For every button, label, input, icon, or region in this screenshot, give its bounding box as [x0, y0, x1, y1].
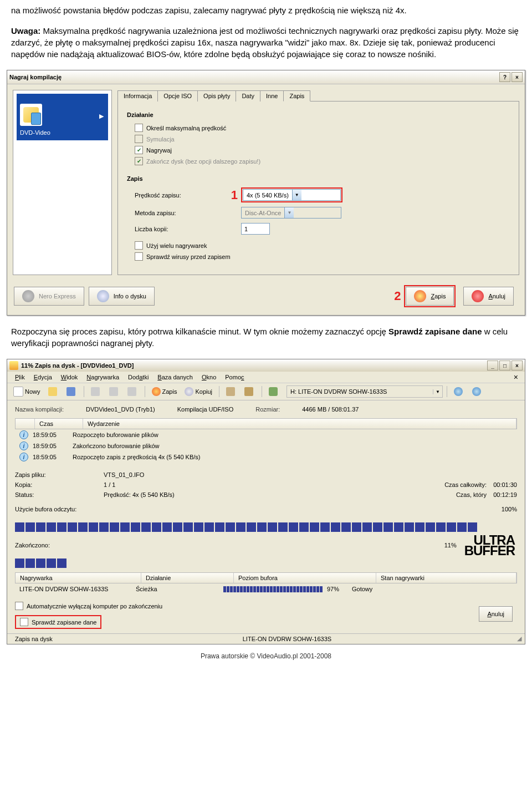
dialog-titlebar[interactable]: Nagraj kompilację ? ×	[7, 70, 525, 84]
compilation-info-row: Nazwa kompilacji: DVDVideo1_DVD (Tryb1) …	[7, 400, 525, 418]
writer-table-header: Nagrywarka Działanie Poziom bufora Stan …	[15, 572, 517, 583]
copyright: Prawa autorskie © VideoAudio.pl 2001-200…	[0, 650, 532, 662]
burn-button[interactable]: Zapis	[406, 287, 454, 306]
close-button[interactable]: ×	[511, 361, 523, 370]
annotation-marker-1: 1	[223, 188, 238, 202]
article-paragraph-2: Uwaga: Maksymalna prędkość nagrywania uz…	[0, 21, 532, 64]
tab-zapis[interactable]: Zapis	[283, 90, 310, 101]
annotation-marker-2: 2	[386, 289, 401, 303]
cancel-burn-button[interactable]: Anuluj	[479, 606, 513, 622]
menu-baza-danych[interactable]: Baza danych	[153, 373, 197, 382]
checkbox-multi-recorder[interactable]: Użyj wielu nagrywarek	[135, 241, 510, 250]
cut-icon	[91, 387, 100, 396]
nero-express-button: Nero Express	[14, 287, 84, 306]
chevron-down-icon[interactable]: ▼	[433, 389, 442, 394]
save-icon	[66, 387, 75, 396]
checkbox-auto-shutdown[interactable]: Automatycznie wyłączaj komputer po zakoń…	[15, 602, 479, 610]
disc-info-icon	[97, 290, 109, 302]
copy-disc-icon	[185, 387, 193, 396]
tb-help2[interactable]	[469, 385, 485, 398]
checkbox-finalize: ✔Zakończ dysk (bez opcji dalszego zapisu…	[135, 157, 510, 165]
write-progress	[7, 557, 525, 569]
chevron-down-icon[interactable]: ▼	[292, 190, 301, 200]
drive-icon	[269, 387, 278, 396]
cancel-icon	[472, 290, 484, 302]
nero-express-icon	[22, 290, 34, 302]
tab-opcje-iso[interactable]: Opcje ISO	[157, 90, 198, 101]
tab-inne[interactable]: Inne	[260, 90, 284, 101]
checkbox-max-speed[interactable]: Określ maksymalną prędkość	[135, 124, 510, 132]
burn-icon	[152, 387, 161, 396]
checkbox-write[interactable]: ✔Nagrywaj	[135, 146, 510, 154]
menu-nagrywarka[interactable]: Nagrywarka	[82, 373, 124, 382]
tb-drive-icon[interactable]	[266, 385, 282, 398]
tb-new[interactable]: Nowy	[11, 385, 43, 398]
event-log-header: Czas Wydarzenie	[15, 418, 517, 429]
open-icon	[48, 387, 57, 396]
tool-icon	[226, 387, 235, 396]
new-icon	[13, 387, 23, 397]
tab-daty[interactable]: Daty	[236, 90, 260, 101]
menu-dodatki[interactable]: Dodatki	[124, 373, 153, 382]
article-paragraph-3: Rozpoczyna się proces zapisu, który potr…	[0, 321, 532, 353]
info-icon	[472, 387, 481, 396]
tb-burn[interactable]: Zapis	[149, 385, 180, 398]
mdi-close-button[interactable]: ×	[510, 373, 521, 382]
tb-paste[interactable]	[125, 385, 141, 398]
cancel-button[interactable]: Anuluj	[463, 287, 514, 306]
tab-opis-plyty[interactable]: Opis płyty	[197, 90, 236, 101]
dvd-video-icon	[20, 104, 42, 126]
menu-okno[interactable]: Okno	[197, 373, 221, 382]
checkbox-simulation: Symulacja	[135, 135, 510, 143]
tab-strip: Informacja Opcje ISO Opis płyty Daty Inn…	[117, 90, 519, 101]
tb-tool2[interactable]	[242, 385, 258, 398]
tb-copy-disc[interactable]: Kopiuj	[182, 385, 215, 398]
info-icon: i	[19, 453, 28, 461]
tb-cut[interactable]	[88, 385, 104, 398]
dialog-title: Nagraj kompilację	[9, 74, 62, 80]
drive-selector[interactable]: H: LITE-ON DVDRW SOHW-1633S ▼	[287, 385, 443, 398]
status-bar: Zapis na dysk LITE-ON DVDRW SOHW-1633S ◢	[7, 633, 525, 644]
tab-informacja[interactable]: Informacja	[117, 90, 158, 101]
checkbox-virus-scan[interactable]: Sprawdź wirusy przed zapisem	[135, 252, 510, 261]
help-icon	[454, 387, 463, 396]
window-titlebar[interactable]: 11% Zapis na dysk - [DVDVideo1_DVD] _ □ …	[7, 359, 525, 372]
copy-icon	[109, 387, 118, 396]
tb-help1[interactable]	[451, 385, 467, 398]
write-speed-dropdown[interactable]: 4x (5 540 KB/s) ▼	[243, 189, 341, 201]
tool-icon	[244, 387, 253, 396]
app-icon	[9, 361, 18, 370]
menu-bar: Plik Edycja Widok Nagrywarka Dodatki Baz…	[7, 372, 525, 383]
toolbar: Nowy Zapis Kopiuj H: LITE-ON DVDRW SOHW-…	[7, 383, 525, 400]
event-row: i 18:59:05 Rozpoczęto zapis z prędkością…	[15, 451, 517, 463]
tb-tool1[interactable]	[223, 385, 239, 398]
help-button[interactable]: ?	[499, 72, 510, 82]
info-icon: i	[19, 441, 28, 450]
copies-input[interactable]: 1	[241, 223, 270, 235]
close-button[interactable]: ×	[511, 72, 523, 82]
chevron-right-icon: ▶	[99, 113, 104, 120]
status-panel: Zapis pliku:VTS_01_0.IFO Kopia:1 / 1 Cza…	[7, 463, 525, 521]
tb-save[interactable]	[64, 385, 80, 398]
menu-widok[interactable]: Widok	[57, 373, 83, 382]
disc-info-button[interactable]: Info o dysku	[89, 287, 155, 306]
write-method-dropdown: Disc-At-Once ▼	[241, 207, 341, 219]
tb-open[interactable]	[45, 385, 62, 398]
maximize-button[interactable]: □	[499, 361, 510, 370]
writer-row: LITE-ON DVDRW SOHW-1633S Ścieżka 97% Got…	[15, 583, 517, 595]
burn-compilation-dialog: Nagraj kompilację ? × ▶ DVD-Video Inform…	[7, 70, 525, 316]
checkbox-verify-data[interactable]: Sprawdź zapisane dane	[20, 618, 96, 626]
event-row: i 18:59:05 Zakończono buforowanie plików	[15, 440, 517, 451]
group-action: Działanie	[127, 111, 510, 118]
menu-edycja[interactable]: Edycja	[29, 373, 57, 382]
compilation-type-pane: ▶ DVD-Video	[13, 90, 112, 275]
label-write-method: Metoda zapisu:	[135, 210, 223, 216]
label-copies: Liczba kopii:	[135, 226, 223, 232]
menu-plik[interactable]: Plik	[11, 373, 29, 382]
ultra-buffer-logo: ULTRABUFFER	[464, 535, 525, 556]
tb-copy[interactable]	[106, 385, 122, 398]
menu-pomoc[interactable]: Pomoc	[221, 373, 248, 382]
dvd-video-mode[interactable]: ▶ DVD-Video	[17, 94, 108, 140]
buffer-progress	[7, 521, 525, 533]
minimize-button[interactable]: _	[487, 361, 498, 370]
